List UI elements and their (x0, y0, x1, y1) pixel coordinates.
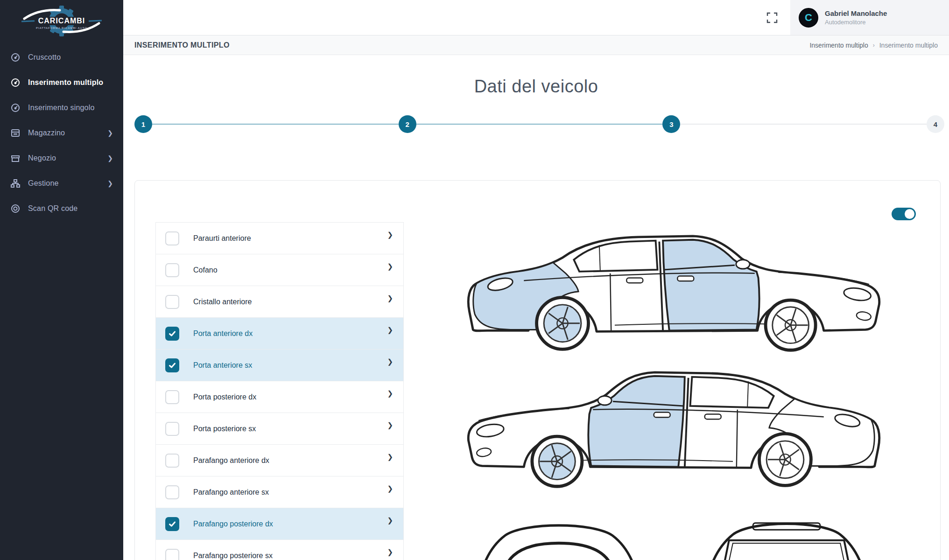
org-chart-icon (10, 178, 21, 189)
chevron-right-icon: ❯ (387, 262, 393, 271)
stepper: 1 2 3 4 (123, 115, 949, 133)
checkbox[interactable] (165, 295, 179, 309)
sidebar-item-inserimento-multiplo[interactable]: Inserimento multiplo (0, 70, 123, 95)
app-window: CARICAMBI PIATTAFORMA RICAMBI AUTO Crusc… (0, 0, 949, 560)
logo-title: CARICAMBI (38, 17, 85, 25)
car-front-view[interactable] (681, 494, 892, 560)
user-name: Gabriel Manolache (825, 9, 887, 17)
step-4[interactable]: 4 (927, 115, 944, 133)
sidebar-item-magazzino[interactable]: Magazzino ❯ (0, 120, 123, 146)
list-item[interactable]: Porta anteriore dx ❯ (156, 318, 403, 350)
step-3[interactable]: 3 (662, 115, 680, 133)
app-logo[interactable]: CARICAMBI PIATTAFORMA RICAMBI AUTO (0, 4, 123, 45)
list-item[interactable]: Paraurti anteriore ❯ (156, 223, 403, 254)
chevron-right-icon: ❯ (387, 294, 393, 302)
list-item[interactable]: Porta posteriore sx ❯ (156, 413, 403, 445)
step-2[interactable]: 2 (399, 115, 416, 133)
step-connector (416, 124, 663, 125)
breadcrumb: Inserimento multiplo › Inserimento multi… (809, 42, 938, 49)
checkbox[interactable] (165, 327, 179, 341)
logo-subtitle: PIATTAFORMA RICAMBI AUTO (36, 27, 87, 29)
chevron-right-icon: ❯ (387, 389, 393, 398)
chevron-right-icon: ❯ (387, 421, 393, 429)
step-1[interactable]: 1 (134, 115, 152, 133)
checkbox[interactable] (165, 549, 179, 560)
vehicle-parts-card: Paraurti anteriore ❯ Cofano ❯ Cristallo … (134, 180, 941, 560)
list-item[interactable]: Cristallo anteriore ❯ (156, 286, 403, 318)
sidebar-item-inserimento-singolo[interactable]: Inserimento singolo (0, 95, 123, 120)
user-role: Autodemolitore (825, 19, 887, 26)
user-menu[interactable]: C Gabriel Manolache Autodemolitore (790, 0, 949, 35)
sidebar-item-cruscotto[interactable]: Cruscotto (0, 45, 123, 70)
chevron-right-icon: ❯ (107, 180, 113, 187)
header: C Gabriel Manolache Autodemolitore (123, 0, 949, 35)
list-item[interactable]: Porta anteriore sx ❯ (156, 350, 403, 381)
list-item[interactable]: Parafango anteriore sx ❯ (156, 476, 403, 508)
checkbox[interactable] (165, 485, 179, 499)
car-side-right-view[interactable] (453, 218, 894, 354)
chevron-right-icon: ❯ (387, 453, 393, 461)
sidebar-nav: Cruscotto Inserimento multiplo Inserimen… (0, 45, 123, 221)
chevron-right-icon: ❯ (387, 231, 393, 239)
sidebar-item-gestione[interactable]: Gestione ❯ (0, 171, 123, 196)
list-item[interactable]: Parafango anteriore dx ❯ (156, 445, 403, 476)
sidebar-item-negozio[interactable]: Negozio ❯ (0, 146, 123, 171)
car-diagrams (453, 218, 897, 560)
car-bottom-views (453, 494, 897, 560)
chevron-right-icon: ❯ (387, 516, 393, 525)
toggle-knob (905, 209, 914, 219)
checkbox[interactable] (165, 263, 179, 277)
chevron-right-icon: ❯ (387, 357, 393, 366)
page-title-bar: INSERIMENTO MULTIPLO Inserimento multipl… (123, 35, 949, 55)
sidebar-item-scan-qr-code[interactable]: Scan QR code (0, 196, 123, 221)
speedometer-icon (10, 103, 21, 113)
chevron-right-icon: ❯ (387, 484, 393, 493)
speedometer-icon (10, 77, 21, 88)
chevron-right-icon: ❯ (107, 129, 113, 137)
car-rear-view[interactable] (453, 494, 664, 560)
sidebar: CARICAMBI PIATTAFORMA RICAMBI AUTO Crusc… (0, 0, 123, 560)
step-connector (680, 124, 927, 125)
breadcrumb-separator-icon: › (873, 42, 875, 49)
page-heading: Dati del veicolo (123, 77, 949, 97)
scan-target-icon (10, 203, 21, 214)
content: Dati del veicolo 1 2 3 4 Paraurti anteri… (123, 55, 949, 560)
avatar: C (799, 8, 818, 28)
chevron-right-icon: ❯ (387, 548, 393, 556)
checkbox[interactable] (165, 358, 179, 372)
page-title: INSERIMENTO MULTIPLO (134, 41, 230, 49)
storefront-icon (10, 153, 21, 163)
list-item[interactable]: Porta posteriore dx ❯ (156, 381, 403, 413)
breadcrumb-item[interactable]: Inserimento multiplo (809, 42, 868, 49)
list-item[interactable]: Parafango posteriore dx ❯ (156, 508, 403, 540)
speedometer-icon (10, 52, 21, 63)
warehouse-icon (10, 128, 21, 138)
main-area: C Gabriel Manolache Autodemolitore INSER… (123, 0, 949, 560)
car-side-left-view[interactable] (453, 354, 894, 490)
list-item[interactable]: Cofano ❯ (156, 254, 403, 286)
checkbox[interactable] (165, 454, 179, 468)
chevron-right-icon: ❯ (107, 154, 113, 162)
breadcrumb-item: Inserimento multiplo (879, 42, 938, 49)
step-connector (152, 124, 399, 125)
list-item[interactable]: Parafango posteriore sx ❯ (156, 540, 403, 560)
checkbox[interactable] (165, 390, 179, 404)
checkbox[interactable] (165, 422, 179, 436)
checkbox[interactable] (165, 231, 179, 245)
fullscreen-icon[interactable] (766, 12, 778, 24)
checkbox[interactable] (165, 517, 179, 531)
parts-list: Paraurti anteriore ❯ Cofano ❯ Cristallo … (155, 222, 404, 560)
chevron-right-icon: ❯ (387, 326, 393, 334)
